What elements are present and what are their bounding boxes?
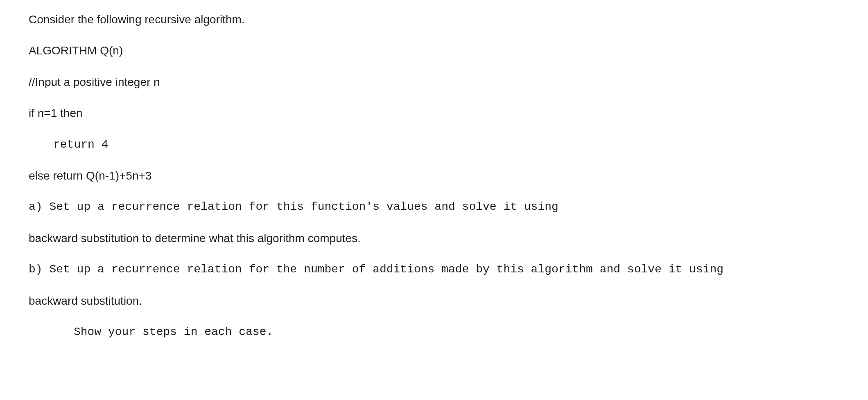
intro-line: Consider the following recursive algorit… xyxy=(29,12,839,27)
algorithm-title-text: ALGORITHM Q(n) xyxy=(29,44,123,57)
return-text: return 4 xyxy=(53,138,108,151)
show-steps-text: Show your steps in each case. xyxy=(74,326,273,338)
comment-text: //Input a positive integer n xyxy=(29,76,160,88)
part-b-text2: backward substitution. xyxy=(29,294,142,307)
if-line: if n=1 then xyxy=(29,106,839,121)
else-text: else return Q(n-1)+5n+3 xyxy=(29,169,151,182)
else-line: else return Q(n-1)+5n+3 xyxy=(29,169,839,183)
algorithm-title: ALGORITHM Q(n) xyxy=(29,43,839,58)
part-a-text1: a) Set up a recurrence relation for this… xyxy=(29,200,558,213)
return-line: return 4 xyxy=(29,137,839,152)
show-steps-line: Show your steps in each case. xyxy=(29,325,839,339)
part-b-text1: b) Set up a recurrence relation for the … xyxy=(29,263,723,276)
intro-text: Consider the following recursive algorit… xyxy=(29,13,245,26)
if-text: if n=1 then xyxy=(29,107,83,119)
part-a-text2: backward substitution to determine what … xyxy=(29,232,361,245)
part-b-line2: backward substitution. xyxy=(29,294,839,308)
part-a-line1: a) Set up a recurrence relation for this… xyxy=(29,200,839,214)
comment-line: //Input a positive integer n xyxy=(29,75,839,90)
part-a-line2: backward substitution to determine what … xyxy=(29,231,839,246)
part-b-line1: b) Set up a recurrence relation for the … xyxy=(29,262,839,277)
